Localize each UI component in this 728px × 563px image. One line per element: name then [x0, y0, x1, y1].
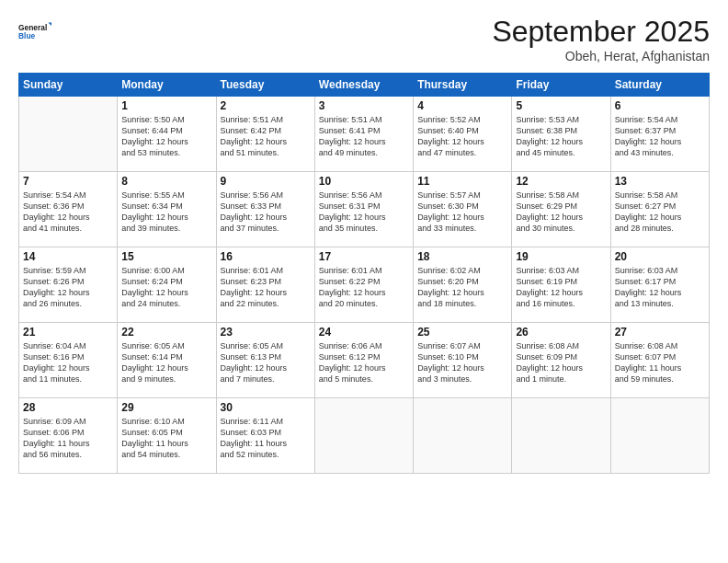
day-info: Sunrise: 5:58 AM Sunset: 6:29 PM Dayligh… — [516, 190, 606, 235]
day-number: 12 — [516, 175, 606, 188]
day-info: Sunrise: 6:03 AM Sunset: 6:17 PM Dayligh… — [615, 265, 705, 310]
day-number: 10 — [319, 175, 409, 188]
day-number: 1 — [121, 99, 211, 112]
calendar-day-header: Thursday — [414, 74, 512, 97]
header: General Blue September 2025 Obeh, Herat,… — [18, 15, 710, 63]
day-info: Sunrise: 6:04 AM Sunset: 6:16 PM Dayligh… — [23, 340, 113, 385]
calendar-cell: 24Sunrise: 6:06 AM Sunset: 6:12 PM Dayli… — [314, 323, 413, 398]
calendar-cell: 14Sunrise: 5:59 AM Sunset: 6:26 PM Dayli… — [19, 247, 118, 323]
calendar-cell: 28Sunrise: 6:09 AM Sunset: 6:06 PM Dayli… — [19, 398, 118, 474]
calendar-day-header: Tuesday — [216, 74, 314, 97]
calendar-cell: 12Sunrise: 5:58 AM Sunset: 6:29 PM Dayli… — [512, 172, 610, 247]
calendar-cell: 22Sunrise: 6:05 AM Sunset: 6:14 PM Dayli… — [118, 323, 216, 398]
calendar-cell: 26Sunrise: 6:08 AM Sunset: 6:09 PM Dayli… — [512, 323, 610, 398]
day-info: Sunrise: 6:01 AM Sunset: 6:23 PM Dayligh… — [221, 265, 311, 310]
day-number: 30 — [221, 401, 311, 414]
day-number: 28 — [23, 401, 113, 414]
day-info: Sunrise: 6:10 AM Sunset: 6:05 PM Dayligh… — [121, 416, 211, 461]
calendar-cell: 10Sunrise: 5:56 AM Sunset: 6:31 PM Dayli… — [314, 172, 413, 247]
day-info: Sunrise: 6:00 AM Sunset: 6:24 PM Dayligh… — [121, 265, 211, 310]
day-number: 5 — [516, 99, 606, 112]
month-title: September 2025 — [492, 15, 710, 49]
calendar-day-header: Monday — [118, 74, 216, 97]
day-number: 6 — [615, 99, 705, 112]
day-info: Sunrise: 5:54 AM Sunset: 6:36 PM Dayligh… — [23, 190, 113, 235]
calendar-cell — [610, 398, 709, 474]
day-info: Sunrise: 5:59 AM Sunset: 6:26 PM Dayligh… — [23, 265, 113, 310]
calendar-cell: 23Sunrise: 6:05 AM Sunset: 6:13 PM Dayli… — [216, 323, 314, 398]
day-info: Sunrise: 6:02 AM Sunset: 6:20 PM Dayligh… — [417, 265, 507, 310]
day-number: 18 — [417, 250, 507, 263]
day-number: 22 — [121, 326, 211, 339]
calendar-cell: 17Sunrise: 6:01 AM Sunset: 6:22 PM Dayli… — [314, 247, 413, 323]
svg-marker-2 — [48, 22, 51, 26]
day-info: Sunrise: 6:05 AM Sunset: 6:13 PM Dayligh… — [221, 340, 311, 385]
day-info: Sunrise: 6:11 AM Sunset: 6:03 PM Dayligh… — [221, 416, 311, 461]
calendar-cell: 2Sunrise: 5:51 AM Sunset: 6:42 PM Daylig… — [216, 97, 314, 172]
day-info: Sunrise: 5:56 AM Sunset: 6:31 PM Dayligh… — [319, 190, 409, 235]
day-info: Sunrise: 5:50 AM Sunset: 6:44 PM Dayligh… — [121, 114, 211, 159]
day-number: 15 — [121, 250, 211, 263]
calendar-cell: 21Sunrise: 6:04 AM Sunset: 6:16 PM Dayli… — [19, 323, 118, 398]
calendar-cell: 8Sunrise: 5:55 AM Sunset: 6:34 PM Daylig… — [118, 172, 216, 247]
day-number: 27 — [615, 326, 705, 339]
calendar-day-header: Sunday — [19, 74, 118, 97]
day-info: Sunrise: 5:51 AM Sunset: 6:41 PM Dayligh… — [319, 114, 409, 159]
calendar-day-header: Wednesday — [314, 74, 413, 97]
calendar-cell: 4Sunrise: 5:52 AM Sunset: 6:40 PM Daylig… — [414, 97, 512, 172]
day-number: 17 — [319, 250, 409, 263]
page: General Blue September 2025 Obeh, Herat,… — [0, 0, 728, 563]
day-info: Sunrise: 5:56 AM Sunset: 6:33 PM Dayligh… — [221, 190, 311, 235]
calendar-cell: 20Sunrise: 6:03 AM Sunset: 6:17 PM Dayli… — [610, 247, 709, 323]
day-info: Sunrise: 5:51 AM Sunset: 6:42 PM Dayligh… — [221, 114, 311, 159]
day-number: 25 — [417, 326, 507, 339]
calendar-cell: 3Sunrise: 5:51 AM Sunset: 6:41 PM Daylig… — [314, 97, 413, 172]
calendar-cell — [19, 97, 118, 172]
svg-text:Blue: Blue — [18, 31, 36, 40]
calendar-cell: 6Sunrise: 5:54 AM Sunset: 6:37 PM Daylig… — [610, 97, 709, 172]
calendar-cell: 27Sunrise: 6:08 AM Sunset: 6:07 PM Dayli… — [610, 323, 709, 398]
calendar-cell: 18Sunrise: 6:02 AM Sunset: 6:20 PM Dayli… — [414, 247, 512, 323]
day-info: Sunrise: 6:06 AM Sunset: 6:12 PM Dayligh… — [319, 340, 409, 385]
calendar-cell: 19Sunrise: 6:03 AM Sunset: 6:19 PM Dayli… — [512, 247, 610, 323]
calendar-cell: 29Sunrise: 6:10 AM Sunset: 6:05 PM Dayli… — [118, 398, 216, 474]
calendar-week-row: 14Sunrise: 5:59 AM Sunset: 6:26 PM Dayli… — [19, 247, 710, 323]
day-number: 3 — [319, 99, 409, 112]
day-info: Sunrise: 5:54 AM Sunset: 6:37 PM Dayligh… — [615, 114, 705, 159]
calendar-cell: 11Sunrise: 5:57 AM Sunset: 6:30 PM Dayli… — [414, 172, 512, 247]
day-number: 13 — [615, 175, 705, 188]
calendar-cell: 13Sunrise: 5:58 AM Sunset: 6:27 PM Dayli… — [610, 172, 709, 247]
calendar-cell — [512, 398, 610, 474]
day-number: 7 — [23, 175, 113, 188]
calendar-week-row: 7Sunrise: 5:54 AM Sunset: 6:36 PM Daylig… — [19, 172, 710, 247]
calendar-cell: 1Sunrise: 5:50 AM Sunset: 6:44 PM Daylig… — [118, 97, 216, 172]
day-info: Sunrise: 5:55 AM Sunset: 6:34 PM Dayligh… — [121, 190, 211, 235]
calendar-day-header: Friday — [512, 74, 610, 97]
calendar-cell: 30Sunrise: 6:11 AM Sunset: 6:03 PM Dayli… — [216, 398, 314, 474]
logo-svg: General Blue — [18, 15, 51, 48]
day-info: Sunrise: 6:08 AM Sunset: 6:09 PM Dayligh… — [516, 340, 606, 385]
calendar-cell — [414, 398, 512, 474]
calendar-day-header: Saturday — [610, 74, 709, 97]
logo: General Blue — [18, 15, 51, 48]
title-area: September 2025 Obeh, Herat, Afghanistan — [492, 15, 710, 63]
day-number: 19 — [516, 250, 606, 263]
day-number: 11 — [417, 175, 507, 188]
day-number: 26 — [516, 326, 606, 339]
subtitle: Obeh, Herat, Afghanistan — [492, 49, 710, 63]
day-info: Sunrise: 5:53 AM Sunset: 6:38 PM Dayligh… — [516, 114, 606, 159]
day-info: Sunrise: 6:07 AM Sunset: 6:10 PM Dayligh… — [417, 340, 507, 385]
calendar-cell: 16Sunrise: 6:01 AM Sunset: 6:23 PM Dayli… — [216, 247, 314, 323]
day-number: 16 — [221, 250, 311, 263]
day-info: Sunrise: 6:03 AM Sunset: 6:19 PM Dayligh… — [516, 265, 606, 310]
day-number: 9 — [221, 175, 311, 188]
calendar-cell: 9Sunrise: 5:56 AM Sunset: 6:33 PM Daylig… — [216, 172, 314, 247]
day-number: 4 — [417, 99, 507, 112]
day-info: Sunrise: 5:52 AM Sunset: 6:40 PM Dayligh… — [417, 114, 507, 159]
day-number: 20 — [615, 250, 705, 263]
day-number: 14 — [23, 250, 113, 263]
calendar-header-row: SundayMondayTuesdayWednesdayThursdayFrid… — [19, 74, 710, 97]
day-info: Sunrise: 6:08 AM Sunset: 6:07 PM Dayligh… — [615, 340, 705, 385]
day-info: Sunrise: 6:01 AM Sunset: 6:22 PM Dayligh… — [319, 265, 409, 310]
day-number: 2 — [221, 99, 311, 112]
